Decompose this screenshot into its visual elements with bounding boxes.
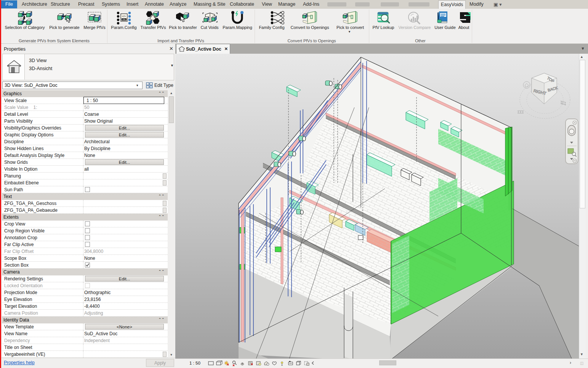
svg-text:</>: </> [122,15,126,18]
svg-text:XML: XML [122,18,127,21]
